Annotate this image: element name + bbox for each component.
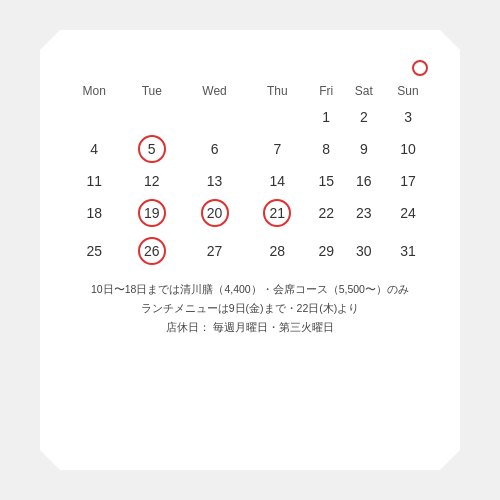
weekday-sun: Sun: [384, 82, 432, 104]
notes-section: 10日〜18日までは清川膳（4,400）・会席コース（5,500〜）のみ ランチ…: [68, 280, 432, 337]
weekday-fri: Fri: [309, 82, 344, 104]
calendar-cell: 27: [183, 232, 246, 270]
calendar-cell: [183, 104, 246, 130]
closed-day-date: 5: [138, 135, 166, 163]
calendar-week-row: 123: [68, 104, 432, 130]
calendar-week-row: 25262728293031: [68, 232, 432, 270]
calendar-cell: 16: [344, 168, 384, 194]
closed-day-date: 21: [263, 199, 291, 227]
calendar-cell: 1: [309, 104, 344, 130]
calendar-cell: 13: [183, 168, 246, 194]
calendar-cell: 5: [120, 130, 183, 168]
calendar-cell: 23: [344, 194, 384, 232]
weekday-mon: Mon: [68, 82, 120, 104]
weekday-header-row: Mon Tue Wed Thu Fri Sat Sun: [68, 82, 432, 104]
calendar-cell: 22: [309, 194, 344, 232]
calendar-cell: [120, 104, 183, 130]
calendar-cell: 11: [68, 168, 120, 194]
calendar-cell: 21: [246, 194, 309, 232]
calendar-body: 1234567891011121314151617181920212223242…: [68, 104, 432, 270]
calendar-cell: 15: [309, 168, 344, 194]
calendar-cell: 17: [384, 168, 432, 194]
calendar-cell: 4: [68, 130, 120, 168]
calendar-cell: 6: [183, 130, 246, 168]
note-line-3: 店休日： 毎週月曜日・第三火曜日: [68, 318, 432, 337]
note-line-1: 10日〜18日までは清川膳（4,400）・会席コース（5,500〜）のみ: [68, 280, 432, 299]
calendar-card: Mon Tue Wed Thu Fri Sat Sun 123456789101…: [40, 30, 460, 470]
note-line-2: ランチメニューは9日(金)まで・22日(木)より: [68, 299, 432, 318]
calendar-cell: 18: [68, 194, 120, 232]
calendar-cell: 30: [344, 232, 384, 270]
calendar-cell: [68, 104, 120, 130]
calendar-cell: 7: [246, 130, 309, 168]
calendar-week-row: 45678910: [68, 130, 432, 168]
legend-row: [68, 60, 432, 76]
calendar-cell: 12: [120, 168, 183, 194]
calendar-cell: 24: [384, 194, 432, 232]
calendar-cell: 28: [246, 232, 309, 270]
calendar-cell: 25: [68, 232, 120, 270]
calendar-cell: 20: [183, 194, 246, 232]
closed-day-date: 20: [201, 199, 229, 227]
closed-day-date: 19: [138, 199, 166, 227]
weekday-tue: Tue: [120, 82, 183, 104]
calendar-cell: 2: [344, 104, 384, 130]
calendar-cell: 14: [246, 168, 309, 194]
weekday-thu: Thu: [246, 82, 309, 104]
closed-day-date: 26: [138, 237, 166, 265]
closed-day-icon: [412, 60, 428, 76]
calendar-table: Mon Tue Wed Thu Fri Sat Sun 123456789101…: [68, 82, 432, 270]
weekday-sat: Sat: [344, 82, 384, 104]
calendar-cell: 19: [120, 194, 183, 232]
calendar-cell: 9: [344, 130, 384, 168]
calendar-cell: [246, 104, 309, 130]
calendar-cell: 29: [309, 232, 344, 270]
calendar-cell: 26: [120, 232, 183, 270]
calendar-cell: 3: [384, 104, 432, 130]
calendar-cell: 8: [309, 130, 344, 168]
calendar-week-row: 11121314151617: [68, 168, 432, 194]
calendar-cell: 10: [384, 130, 432, 168]
calendar-cell: 31: [384, 232, 432, 270]
weekday-wed: Wed: [183, 82, 246, 104]
calendar-week-row: 18192021222324: [68, 194, 432, 232]
